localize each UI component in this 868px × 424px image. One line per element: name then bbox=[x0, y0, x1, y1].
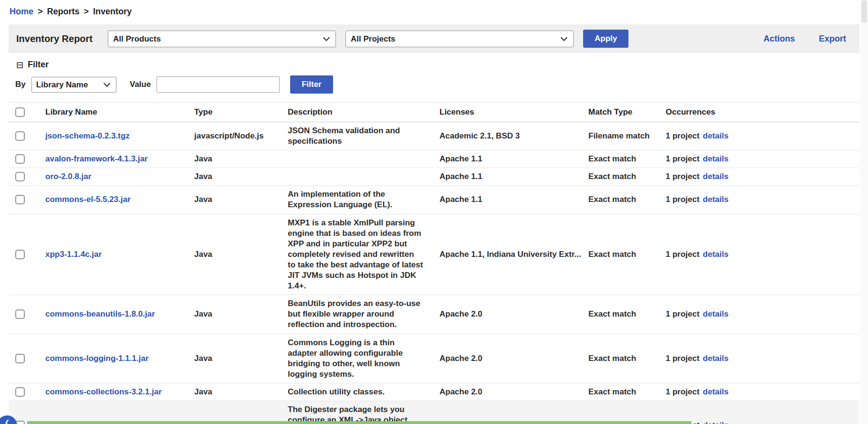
library-name-link[interactable]: commons-logging-1.1.1.jar bbox=[45, 354, 148, 363]
licenses-cell: Apache 1.1 bbox=[432, 154, 581, 164]
library-name-link[interactable]: avalon-framework-4.1.3.jar bbox=[45, 154, 147, 163]
occurrences-count: 1 project bbox=[666, 309, 700, 318]
occurrences-count: 1 project bbox=[666, 154, 700, 163]
type-cell: javascript/Node.js bbox=[187, 131, 281, 141]
library-name-link[interactable]: json-schema-0.2.3.tgz bbox=[45, 131, 130, 140]
projects-filter-select[interactable]: All Projects bbox=[345, 31, 574, 47]
licenses-cell: Apache 1.1 bbox=[432, 171, 581, 182]
match-type-cell: Exact match bbox=[581, 387, 659, 397]
description-cell: Commons Logging is a thin adapter allowi… bbox=[281, 338, 432, 380]
details-link[interactable]: details bbox=[703, 131, 729, 140]
type-cell: Java bbox=[187, 194, 281, 205]
row-checkbox[interactable] bbox=[15, 131, 25, 141]
occurrences-cell: 1 projectdetails bbox=[659, 387, 859, 397]
column-header-occurrences: Occurrences bbox=[659, 107, 859, 117]
description-cell: MXP1 is a stable XmlPull parsing engine … bbox=[281, 218, 432, 292]
details-link[interactable]: details bbox=[703, 309, 729, 318]
details-link[interactable]: details bbox=[703, 354, 729, 363]
occurrences-count: 1 project bbox=[666, 172, 700, 181]
match-type-cell: Exact match bbox=[581, 154, 659, 164]
vertical-scrollbar-thumb[interactable] bbox=[861, 0, 867, 23]
description-cell: BeanUtils provides an easy-to-use but fl… bbox=[281, 298, 432, 330]
occurrences-cell: 1 projectdetails bbox=[659, 154, 859, 164]
row-checkbox[interactable] bbox=[15, 387, 25, 397]
export-link[interactable]: Export bbox=[819, 34, 846, 44]
table-row: xpp3-1.1.4c.jar Java MXP1 is a stable Xm… bbox=[9, 214, 859, 296]
library-name-link[interactable]: oro-2.0.8.jar bbox=[45, 172, 91, 181]
occurrences-cell: 1 projectdetails bbox=[659, 194, 859, 205]
collapse-section-icon[interactable]: ⊟ bbox=[16, 61, 23, 69]
licenses-cell: Apache 1.1 bbox=[432, 194, 581, 205]
bottom-progress-bar bbox=[27, 421, 691, 424]
row-checkbox[interactable] bbox=[15, 250, 25, 259]
library-name-link[interactable]: commons-el-5.5.23.jar bbox=[45, 195, 131, 204]
library-name-link[interactable]: commons-collections-3.2.1.jar bbox=[45, 387, 162, 396]
table-body: json-schema-0.2.3.tgz javascript/Node.js… bbox=[9, 122, 859, 424]
occurrences-cell: 1 projectdetails bbox=[659, 171, 859, 182]
licenses-cell: Apache 2.0 bbox=[432, 353, 581, 364]
occurrences-count: 1 project bbox=[666, 250, 700, 259]
licenses-cell: Apache 2.0 bbox=[432, 387, 581, 397]
actions-link[interactable]: Actions bbox=[763, 34, 795, 44]
library-name-link[interactable]: xpp3-1.1.4c.jar bbox=[45, 250, 102, 259]
row-checkbox[interactable] bbox=[15, 172, 25, 181]
occurrences-count: 1 project bbox=[666, 195, 700, 204]
products-filter-select-control[interactable]: All Products bbox=[108, 31, 336, 47]
filter-value-input[interactable] bbox=[157, 76, 280, 93]
details-link[interactable]: details bbox=[703, 250, 729, 259]
match-type-cell: Exact match bbox=[581, 309, 659, 319]
breadcrumb-reports[interactable]: Reports bbox=[47, 7, 80, 16]
products-filter-select[interactable]: All Products bbox=[108, 31, 336, 47]
occurrences-count: 1 project bbox=[666, 387, 700, 396]
details-link[interactable]: details bbox=[703, 154, 729, 163]
page-title: Inventory Report bbox=[16, 33, 93, 44]
value-label: Value bbox=[130, 80, 151, 89]
breadcrumb-home[interactable]: Home bbox=[10, 7, 33, 16]
table-row: commons-collections-3.2.1.jar Java Colle… bbox=[9, 383, 859, 401]
occurrences-cell: 1 projectdetails bbox=[659, 353, 859, 364]
filter-section-label: Filter bbox=[28, 60, 49, 70]
details-link[interactable]: details bbox=[703, 387, 729, 396]
column-header-library-name: Library Name bbox=[38, 107, 187, 117]
match-type-cell: Exact match bbox=[581, 353, 659, 364]
row-checkbox[interactable] bbox=[15, 354, 25, 363]
filter-by-select[interactable]: Library Name bbox=[31, 77, 116, 93]
occurrences-cell: 1 projectdetails bbox=[659, 249, 859, 260]
vertical-scrollbar bbox=[860, 0, 868, 424]
row-checkbox[interactable] bbox=[15, 195, 25, 204]
breadcrumb-separator: > bbox=[84, 7, 89, 16]
filter-by-select-control[interactable]: Library Name bbox=[31, 77, 116, 93]
table-header-row: Library Name Type Description Licenses M… bbox=[9, 102, 859, 122]
table-row: oro-2.0.8.jar Java Apache 1.1 Exact matc… bbox=[9, 168, 859, 186]
filter-button[interactable]: Filter bbox=[290, 75, 333, 94]
details-link[interactable]: details bbox=[703, 421, 729, 424]
type-cell: Java bbox=[187, 171, 281, 182]
type-cell: Java bbox=[187, 154, 281, 164]
details-link[interactable]: details bbox=[703, 195, 729, 204]
library-name-link[interactable]: commons-beanutils-1.8.0.jar bbox=[45, 309, 155, 318]
description-cell: An implementation of the Expression Lang… bbox=[281, 189, 432, 210]
type-cell: Java bbox=[187, 353, 281, 364]
column-header-licenses: Licenses bbox=[432, 107, 581, 117]
projects-filter-select-control[interactable]: All Projects bbox=[345, 31, 574, 47]
row-checkbox[interactable] bbox=[15, 154, 25, 164]
select-all-checkbox[interactable] bbox=[15, 107, 25, 117]
table-row: commons-beanutils-1.8.0.jar Java BeanUti… bbox=[9, 295, 859, 334]
licenses-cell: Academic 2.1, BSD 3 bbox=[432, 131, 581, 141]
occurrences-count: 1 project bbox=[666, 354, 700, 363]
details-link[interactable]: details bbox=[703, 172, 729, 181]
by-label: By bbox=[15, 80, 26, 89]
row-checkbox[interactable] bbox=[15, 309, 25, 319]
apply-button[interactable]: Apply bbox=[583, 30, 628, 48]
match-type-cell: Exact match bbox=[581, 249, 659, 260]
description-cell: JSON Schema validation and specification… bbox=[281, 126, 432, 147]
occurrences-cell: 1 projectdetails bbox=[659, 309, 859, 319]
report-header-bar: Inventory Report All Products All Projec… bbox=[9, 24, 859, 53]
filter-section-header: ⊟ Filter bbox=[16, 60, 868, 70]
match-type-cell: Exact match bbox=[581, 194, 659, 205]
type-cell: Java bbox=[187, 249, 281, 260]
column-header-type: Type bbox=[187, 107, 281, 117]
type-cell: Java bbox=[187, 309, 281, 319]
table-row: json-schema-0.2.3.tgz javascript/Node.js… bbox=[9, 122, 859, 150]
licenses-cell: Apache 1.1, Indiana University Extr... bbox=[432, 249, 581, 260]
